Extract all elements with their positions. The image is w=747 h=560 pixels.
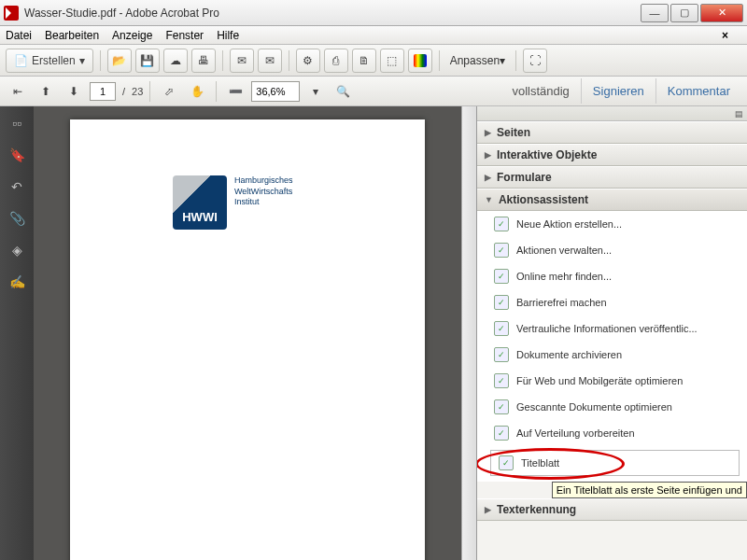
fullscreen-button[interactable]: ⛶: [523, 49, 547, 73]
action-icon: ✓: [494, 373, 509, 388]
main-area: ▫▫ 🔖 ↶ 📎 ◈ ✍ HWWI Hamburgisches WeltWirt…: [0, 106, 747, 560]
window-title: Wasser-Studie.pdf - Adobe Acrobat Pro: [24, 7, 639, 20]
select-tool[interactable]: ⬀: [157, 79, 181, 104]
action-icon: ✓: [494, 217, 509, 231]
minimize-button[interactable]: —: [641, 4, 669, 22]
panel-menu-icon[interactable]: ▤: [735, 109, 743, 119]
menu-fenster[interactable]: Fenster: [165, 29, 204, 42]
action-scan-optimieren[interactable]: ✓Gescannte Dokumente optimieren: [477, 394, 747, 420]
section-aktionsassistent[interactable]: ▼Aktionsassistent: [477, 189, 747, 211]
vertical-scrollbar[interactable]: [461, 106, 476, 560]
tool-button-3[interactable]: 🗎: [352, 49, 376, 73]
expand-icon: ⛶: [529, 54, 541, 67]
window-titlebar: Wasser-Studie.pdf - Adobe Acrobat Pro — …: [0, 0, 747, 26]
menu-anzeige[interactable]: Anzeige: [112, 29, 152, 42]
print-icon: 🖶: [198, 54, 209, 67]
share-button[interactable]: ✉: [230, 49, 254, 73]
action-barrierefrei[interactable]: ✓Barrierefrei machen: [477, 289, 747, 315]
customize-label: Anpassen: [450, 54, 500, 67]
zoom-in-button[interactable]: 🔍: [331, 79, 356, 104]
arrow-right-icon: ▶: [485, 173, 491, 182]
chevron-down-icon: ▾: [500, 54, 505, 67]
left-sidebar: ▫▫ 🔖 ↶ 📎 ◈ ✍: [0, 106, 34, 560]
page-number-input[interactable]: [90, 82, 116, 101]
tool-button-1[interactable]: ⚙: [296, 49, 320, 73]
zoom-out-icon: ➖: [229, 85, 243, 98]
action-icon: ✓: [494, 243, 509, 258]
page-first-button[interactable]: ⇤: [6, 79, 30, 104]
doc-close-button[interactable]: ×: [722, 29, 728, 42]
zoom-in-icon: 🔍: [336, 85, 350, 98]
link-signieren[interactable]: Signieren: [581, 78, 655, 104]
toolbar-main: 📄 Erstellen ▾ 📂 💾 ☁ 🖶 ✉ ✉ ⚙ ⎙ 🗎 ⬚ Anpass…: [0, 45, 747, 77]
cloud-icon: ☁: [170, 54, 181, 67]
chevron-down-icon: ▾: [79, 54, 85, 67]
hand-icon: ✋: [190, 85, 204, 98]
signature-icon[interactable]: ✍: [7, 273, 26, 291]
zoom-out-button[interactable]: ➖: [223, 79, 247, 104]
page-total: 23: [132, 86, 143, 97]
save-button[interactable]: 💾: [135, 49, 160, 73]
zoom-value: 36,6%: [256, 86, 285, 97]
link-kommentar[interactable]: Kommentar: [655, 78, 741, 104]
arrow-down-icon: ▼: [485, 195, 493, 204]
cloud-button[interactable]: ☁: [163, 49, 188, 73]
chevron-down-icon: ▾: [313, 85, 318, 98]
section-seiten[interactable]: ▶Seiten: [477, 121, 747, 144]
menu-datei[interactable]: Datei: [6, 29, 32, 42]
link-vollstaendig[interactable]: vollständig: [500, 78, 580, 104]
logo-mark: HWWI: [173, 175, 227, 230]
action-archivieren[interactable]: ✓Dokumente archivieren: [477, 342, 747, 368]
arrow-right-icon: ▶: [485, 128, 491, 137]
tool-button-5[interactable]: [408, 49, 432, 73]
menu-bearbeiten[interactable]: Bearbeiten: [45, 29, 99, 42]
section-formulare[interactable]: ▶Formulare: [477, 166, 747, 189]
bookmark-icon[interactable]: 🔖: [7, 146, 26, 164]
page-prev-button[interactable]: ⬆: [34, 79, 58, 104]
first-icon: ⇤: [13, 85, 22, 98]
pdf-page: HWWI Hamburgisches WeltWirtschafts Insti…: [70, 119, 425, 560]
up-icon: ⬆: [41, 85, 50, 98]
menu-hilfe[interactable]: Hilfe: [217, 29, 239, 42]
folder-open-icon: 📂: [112, 54, 126, 67]
action-verwalten[interactable]: ✓Aktionen verwalten...: [477, 237, 747, 263]
action-neue-aktion[interactable]: ✓Neue Aktion erstellen...: [477, 211, 747, 237]
logo-text: Hamburgisches WeltWirtschafts Institut: [234, 175, 293, 208]
thumbnails-icon[interactable]: ▫▫: [7, 114, 26, 133]
hand-tool[interactable]: ✋: [185, 79, 209, 104]
print-button[interactable]: 🖶: [191, 49, 216, 73]
layers-icon[interactable]: ◈: [7, 241, 26, 259]
action-icon: ✓: [494, 399, 509, 414]
stamp-icon: ⎙: [332, 54, 339, 67]
panel-strip: ▤: [477, 106, 747, 121]
action-vertraulich[interactable]: ✓Vertrauliche Informationen veröffentlic…: [477, 315, 747, 342]
customize-button[interactable]: Anpassen ▾: [446, 49, 509, 73]
attachment-icon[interactable]: 📎: [7, 209, 26, 228]
action-web-optimieren[interactable]: ✓Für Web und Mobilgeräte optimieren: [477, 368, 747, 394]
tool-button-4[interactable]: ⬚: [380, 49, 404, 73]
section-interaktive[interactable]: ▶Interaktive Objekte: [477, 144, 747, 166]
down-icon: ⬇: [69, 85, 78, 98]
action-titelblatt[interactable]: ✓Titelblatt: [490, 450, 740, 476]
arrow-right-icon: ▶: [485, 150, 491, 160]
doc-icon: 🗎: [359, 54, 370, 67]
open-button[interactable]: 📂: [107, 49, 132, 73]
tool-button-2[interactable]: ⎙: [324, 49, 348, 73]
select-icon: ⬚: [387, 54, 397, 67]
zoom-select[interactable]: 36,6%: [251, 81, 299, 102]
create-button[interactable]: 📄 Erstellen ▾: [6, 49, 93, 73]
action-icon: ✓: [494, 269, 509, 284]
undo-icon[interactable]: ↶: [7, 177, 26, 196]
section-texterkennung[interactable]: ▶Texterkennung: [477, 498, 747, 521]
hwwi-logo: HWWI Hamburgisches WeltWirtschafts Insti…: [173, 175, 293, 230]
close-button[interactable]: ✕: [700, 4, 743, 22]
page-next-button[interactable]: ⬇: [62, 79, 86, 104]
maximize-button[interactable]: ▢: [670, 4, 698, 22]
action-online[interactable]: ✓Online mehr finden...: [477, 263, 747, 289]
aktion-body: ✓Neue Aktion erstellen... ✓Aktionen verw…: [477, 211, 747, 482]
action-verteilung[interactable]: ✓Auf Verteilung vorbereiten: [477, 420, 747, 446]
zoom-dropdown[interactable]: ▾: [303, 79, 328, 104]
email-button[interactable]: ✉: [258, 49, 282, 73]
document-viewport[interactable]: HWWI Hamburgisches WeltWirtschafts Insti…: [34, 106, 461, 560]
action-icon: ✓: [494, 295, 509, 310]
